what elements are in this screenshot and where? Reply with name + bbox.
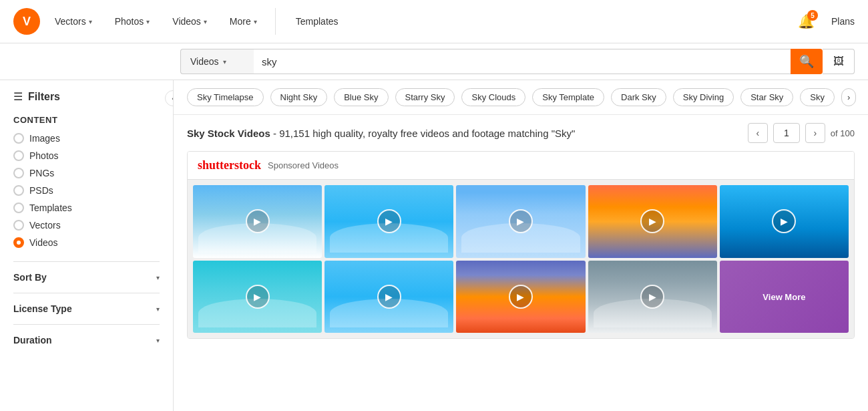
sponsored-label: Sponsored Videos	[268, 160, 339, 170]
nav-vectors[interactable]: Vectors ▾	[47, 0, 100, 43]
radio-pngs[interactable]: PNGs	[13, 168, 160, 178]
content-area: Sky Timelapse Night Sky Blue Sky Starry …	[174, 80, 868, 411]
video-thumb-8[interactable]: ▶	[456, 261, 585, 333]
sidebar-divider-3	[13, 324, 160, 325]
radio-images[interactable]: Images	[13, 133, 160, 144]
tag-sky-clouds[interactable]: Sky Clouds	[461, 88, 525, 106]
tag-sky-template[interactable]: Sky Template	[532, 88, 604, 106]
results-header: Sky Stock Videos - 91,151 high quality, …	[174, 115, 868, 151]
tag-starry-sky[interactable]: Starry Sky	[395, 88, 455, 106]
results-query: "Sky"	[552, 128, 576, 139]
nav-divider	[275, 8, 276, 35]
search-input[interactable]	[262, 56, 783, 67]
tag-sky[interactable]: Sky	[800, 88, 835, 106]
duration-section[interactable]: Duration ▾	[13, 335, 160, 346]
video-grid: ▶ ▶ ▶ ▶ ▶ ▶	[188, 180, 854, 338]
chevron-down-icon: ▾	[204, 18, 207, 25]
video-thumb-7[interactable]: ▶	[324, 261, 453, 333]
notification-badge: 5	[807, 10, 818, 21]
nav-videos[interactable]: Videos ▾	[164, 0, 215, 43]
license-type-label: License Type	[13, 303, 72, 314]
search-button[interactable]: 🔍	[791, 49, 823, 74]
view-more-label: View More	[763, 292, 805, 302]
tag-sky-timelapse[interactable]: Sky Timelapse	[187, 88, 264, 106]
results-title: Sky Stock Videos - 91,151 high quality, …	[187, 128, 575, 139]
main-layout: ☰ Filters ‹ Content Images Photos PNGs P…	[0, 80, 868, 411]
radio-label-psds: PSDs	[29, 185, 53, 196]
play-button-5[interactable]: ▶	[772, 209, 796, 233]
content-type-group: Images Photos PNGs PSDs Templates Vector…	[13, 133, 160, 248]
chevron-down-icon: ▾	[89, 18, 92, 25]
search-type-label: Videos	[190, 56, 219, 67]
radio-psds[interactable]: PSDs	[13, 185, 160, 196]
tag-blue-sky[interactable]: Blue Sky	[334, 88, 388, 106]
play-button-9[interactable]: ▶	[640, 285, 664, 309]
image-search-button[interactable]: 🖼	[823, 49, 855, 74]
nav-templates[interactable]: Templates	[286, 16, 349, 27]
search-icon: 🔍	[799, 54, 814, 69]
play-button-4[interactable]: ▶	[640, 209, 664, 233]
tags-more-button[interactable]: ›	[841, 88, 856, 106]
play-button-3[interactable]: ▶	[509, 209, 533, 233]
chevron-down-icon: ▾	[254, 18, 257, 25]
sort-by-section[interactable]: Sort By ▾	[13, 272, 160, 283]
sort-by-label: Sort By	[13, 272, 47, 283]
sidebar-header: ☰ Filters	[13, 90, 160, 103]
next-page-button[interactable]: ›	[805, 123, 825, 143]
shutterstock-logo: shutterstock	[198, 158, 261, 172]
search-type-select[interactable]: Videos ▾	[180, 49, 254, 74]
video-thumb-1[interactable]: ▶	[193, 185, 322, 258]
radio-videos[interactable]: Videos	[13, 237, 160, 248]
filters-icon: ☰	[13, 90, 23, 103]
radio-vectors[interactable]: Vectors	[13, 220, 160, 231]
image-search-icon: 🖼	[833, 55, 844, 67]
header: V Vectors ▾ Photos ▾ Videos ▾ More ▾ Tem…	[0, 0, 868, 43]
video-thumb-3[interactable]: ▶	[456, 185, 585, 258]
sidebar-divider-1	[13, 261, 160, 262]
nav-photos[interactable]: Photos ▾	[107, 0, 158, 43]
radio-circle-pngs	[13, 168, 24, 178]
radio-label-pngs: PNGs	[29, 168, 54, 178]
radio-label-videos: Videos	[29, 237, 58, 248]
prev-page-button[interactable]: ‹	[748, 123, 768, 143]
radio-circle-psds	[13, 185, 24, 196]
video-thumb-2[interactable]: ▶	[324, 185, 453, 258]
radio-templates[interactable]: Templates	[13, 202, 160, 213]
play-button-1[interactable]: ▶	[246, 209, 270, 233]
play-button-2[interactable]: ▶	[377, 209, 401, 233]
video-thumb-6[interactable]: ▶	[193, 261, 322, 333]
logo[interactable]: V	[13, 8, 40, 35]
content-section-title: Content	[13, 115, 160, 125]
sidebar-collapse-button[interactable]: ‹	[165, 90, 174, 106]
chevron-down-icon: ▾	[156, 274, 160, 281]
play-button-6[interactable]: ▶	[246, 285, 270, 309]
radio-photos[interactable]: Photos	[13, 150, 160, 161]
duration-label: Duration	[13, 335, 52, 346]
tag-sky-diving[interactable]: Sky Diving	[673, 88, 734, 106]
play-button-7[interactable]: ▶	[377, 285, 401, 309]
sponsored-header: shutterstock Sponsored Videos	[188, 152, 854, 180]
sponsored-box: shutterstock Sponsored Videos ▶ ▶ ▶	[187, 151, 855, 339]
results-count: 91,151	[279, 128, 310, 139]
current-page: 1	[773, 123, 800, 143]
nav-more[interactable]: More ▾	[222, 0, 265, 43]
video-thumb-4[interactable]: ▶	[588, 185, 717, 258]
search-input-wrap	[254, 49, 791, 74]
tag-night-sky[interactable]: Night Sky	[270, 88, 328, 106]
tag-dark-sky[interactable]: Dark Sky	[611, 88, 666, 106]
chevron-down-icon: ▾	[146, 18, 150, 25]
view-more-button[interactable]: View More	[720, 261, 849, 333]
play-button-8[interactable]: ▶	[509, 285, 533, 309]
video-thumb-5[interactable]: ▶	[720, 185, 849, 258]
tag-star-sky[interactable]: Star Sky	[740, 88, 793, 106]
notifications-bell[interactable]: 🔔 5	[798, 13, 815, 29]
video-thumb-9[interactable]: ▶	[588, 261, 717, 333]
license-type-section[interactable]: License Type ▾	[13, 303, 160, 314]
chevron-down-icon: ▾	[156, 305, 160, 313]
radio-circle-photos	[13, 150, 24, 161]
radio-label-photos: Photos	[29, 150, 59, 161]
plans-button[interactable]: Plans	[831, 16, 855, 27]
radio-label-templates: Templates	[29, 202, 72, 213]
radio-circle-vectors	[13, 220, 24, 231]
total-pages: of 100	[831, 128, 855, 138]
